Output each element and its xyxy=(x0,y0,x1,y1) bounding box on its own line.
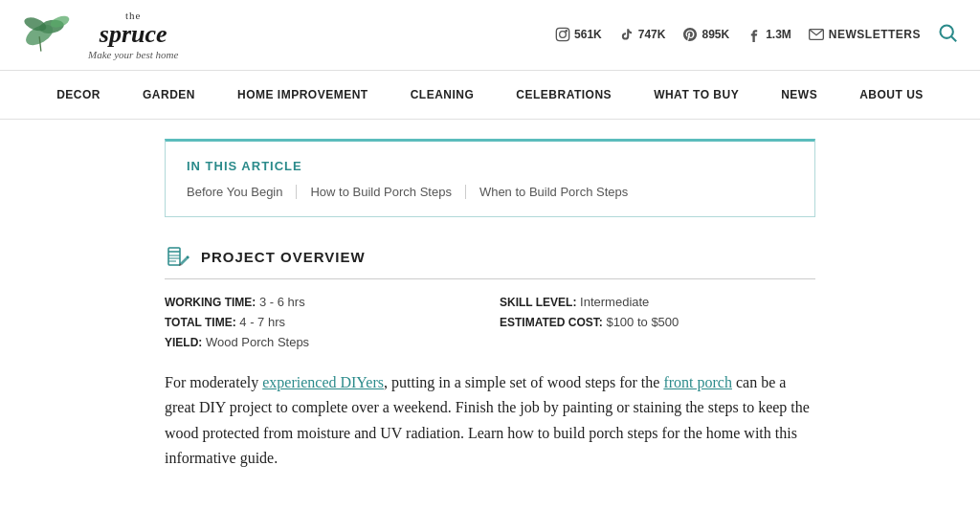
main-content: IN THIS ARTICLE Before You Begin How to … xyxy=(145,120,835,491)
detail-working-time-value: 3 - 6 hrs xyxy=(259,295,305,309)
intro-after-link1: , putting in a simple set of wood steps … xyxy=(384,374,663,390)
article-box: IN THIS ARTICLE Before You Begin How to … xyxy=(165,139,815,217)
main-nav: DECOR GARDEN HOME IMPROVEMENT CLEANING C… xyxy=(0,71,980,120)
logo-tagline: Make your best home xyxy=(88,49,178,60)
detail-working-time: WORKING TIME: 3 - 6 hrs xyxy=(165,295,480,309)
logo-area[interactable]: the spruce Make your best home xyxy=(23,10,178,60)
nav-item-about-us[interactable]: ABOUT US xyxy=(838,71,945,119)
detail-estimated-cost-value: $100 to $500 xyxy=(606,315,679,329)
facebook-icon xyxy=(746,27,762,42)
detail-working-time-label: WORKING TIME: xyxy=(165,296,256,309)
detail-estimated-cost: ESTIMATED COST: $100 to $500 xyxy=(500,315,815,329)
svg-point-9 xyxy=(941,25,953,37)
project-icon xyxy=(165,244,191,271)
pinterest-icon xyxy=(682,27,698,42)
detail-yield: YIELD: Wood Porch Steps xyxy=(165,335,480,349)
article-link-when-to-build[interactable]: When to Build Porch Steps xyxy=(479,185,641,199)
svg-rect-11 xyxy=(168,248,180,265)
project-overview-header: PROJECT OVERVIEW xyxy=(165,244,815,279)
detail-estimated-cost-label: ESTIMATED COST: xyxy=(500,316,603,329)
project-details-grid: WORKING TIME: 3 - 6 hrs SKILL LEVEL: Int… xyxy=(165,295,815,349)
project-overview: PROJECT OVERVIEW WORKING TIME: 3 - 6 hrs… xyxy=(165,244,815,349)
front-porch-link[interactable]: front porch xyxy=(663,374,732,390)
social-instagram[interactable]: 561K xyxy=(555,27,602,42)
article-box-title: IN THIS ARTICLE xyxy=(187,159,793,173)
svg-point-6 xyxy=(560,32,567,38)
instagram-icon xyxy=(555,27,570,42)
detail-total-time-value: 4 - 7 hrs xyxy=(239,315,285,329)
nav-item-cleaning[interactable]: CLEANING xyxy=(390,71,496,119)
detail-skill-level: SKILL LEVEL: Intermediate xyxy=(500,295,815,309)
nav-item-what-to-buy[interactable]: WHAT TO BUY xyxy=(633,71,760,119)
intro-before-link1: For moderately xyxy=(165,374,262,390)
instagram-count: 561K xyxy=(574,28,602,41)
site-header: the spruce Make your best home 561K 747K… xyxy=(0,0,980,71)
tiktok-icon xyxy=(619,27,635,42)
logo-leaf-icon xyxy=(23,11,80,58)
pinterest-count: 895K xyxy=(702,28,729,41)
svg-line-10 xyxy=(951,36,956,41)
detail-yield-value: Wood Porch Steps xyxy=(206,335,309,349)
nav-item-home-improvement[interactable]: HOME IMPROVEMENT xyxy=(216,71,390,119)
intro-paragraph: For moderately experienced DIYers, putti… xyxy=(165,370,815,472)
detail-skill-level-value: Intermediate xyxy=(580,295,649,309)
nav-item-celebrations[interactable]: CELEBRATIONS xyxy=(495,71,633,119)
logo-text: the spruce Make your best home xyxy=(88,10,178,60)
nav-item-news[interactable]: NEWS xyxy=(760,71,838,119)
tiktok-count: 747K xyxy=(638,28,666,41)
detail-yield-label: YIELD: xyxy=(165,336,202,349)
project-overview-title: PROJECT OVERVIEW xyxy=(201,249,366,265)
newsletters-button[interactable]: NEWSLETTERS xyxy=(809,28,921,41)
article-link-how-to-build[interactable]: How to Build Porch Steps xyxy=(310,185,465,199)
svg-point-7 xyxy=(566,31,567,32)
social-tiktok[interactable]: 747K xyxy=(619,27,666,42)
detail-total-time: TOTAL TIME: 4 - 7 hrs xyxy=(165,315,480,329)
detail-total-time-label: TOTAL TIME: xyxy=(165,316,236,329)
nav-item-garden[interactable]: GARDEN xyxy=(122,71,216,119)
article-link-before-you-begin[interactable]: Before You Begin xyxy=(187,185,297,199)
newsletters-label: NEWSLETTERS xyxy=(829,28,921,41)
social-pinterest[interactable]: 895K xyxy=(682,27,729,42)
facebook-count: 1.3M xyxy=(766,28,791,41)
svg-rect-5 xyxy=(556,29,568,41)
logo-spruce: spruce xyxy=(100,21,167,49)
article-box-links: Before You Begin How to Build Porch Step… xyxy=(187,185,793,199)
social-facebook[interactable]: 1.3M xyxy=(746,27,791,42)
experienced-diyers-link[interactable]: experienced DIYers xyxy=(262,374,384,390)
search-button[interactable] xyxy=(938,23,957,47)
search-icon xyxy=(938,23,957,42)
nav-item-decor[interactable]: DECOR xyxy=(35,71,122,119)
mail-icon xyxy=(809,29,824,40)
header-right: 561K 747K 895K 1.3M NEWSLETTERS xyxy=(555,23,957,47)
detail-skill-level-label: SKILL LEVEL: xyxy=(500,296,576,309)
